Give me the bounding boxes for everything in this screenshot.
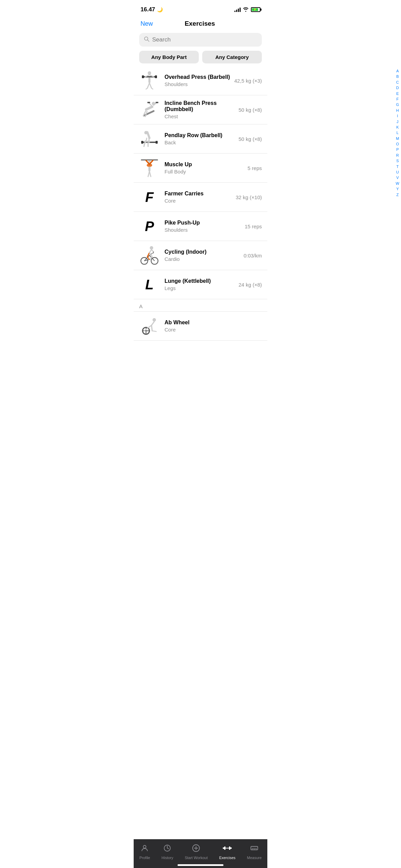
- exercise-list: Overhead Press (Barbell) Shoulders 42,5 …: [134, 66, 267, 341]
- list-item[interactable]: Ab Wheel Core: [134, 312, 267, 341]
- svg-rect-25: [141, 141, 143, 144]
- svg-rect-4: [142, 75, 144, 78]
- exercise-info: Incline Bench Press (Dumbbell) Chest: [165, 100, 239, 119]
- svg-line-46: [149, 250, 151, 253]
- svg-line-10: [149, 83, 151, 88]
- exercise-image: [139, 70, 160, 91]
- exercise-category: Shoulders: [165, 227, 245, 233]
- svg-line-58: [147, 325, 151, 329]
- svg-line-27: [146, 138, 147, 142]
- exercise-info: Ab Wheel Core: [165, 320, 262, 333]
- exercise-image: [139, 158, 160, 178]
- exercise-stats: 0:03/km: [244, 253, 262, 258]
- section-header-a: A: [134, 299, 267, 312]
- search-bar[interactable]: [139, 33, 262, 47]
- list-item[interactable]: Muscle Up Full Body 5 reps: [134, 154, 267, 183]
- exercise-info: Cycling (Indoor) Cardio: [165, 249, 244, 262]
- signal-bars: [234, 7, 241, 12]
- svg-line-60: [151, 325, 152, 331]
- exercise-stats: 15 reps: [245, 224, 262, 229]
- exercise-category: Legs: [165, 285, 239, 291]
- svg-line-11: [146, 88, 147, 89]
- page-title: Exercises: [185, 20, 215, 27]
- exercise-image: [139, 99, 160, 120]
- svg-rect-18: [147, 102, 150, 103]
- svg-line-1: [148, 40, 149, 42]
- exercise-name: Pike Push-Up: [165, 220, 245, 226]
- svg-line-28: [149, 137, 149, 142]
- exercise-image: [139, 129, 160, 149]
- exercise-category: Back: [165, 140, 239, 145]
- exercise-stats: 50 kg (×8): [239, 136, 262, 142]
- nav-header: New Exercises: [134, 17, 267, 33]
- list-item[interactable]: Cycling (Indoor) Cardio 0:03/km: [134, 241, 267, 270]
- search-container: [134, 33, 267, 51]
- exercise-stats: 50 kg (×8): [239, 107, 262, 113]
- filter-row: Any Body Part Any Category: [134, 51, 267, 66]
- exercise-image-letter: L: [139, 274, 160, 295]
- exercise-stats: 32 kg (×10): [236, 194, 262, 200]
- list-item[interactable]: F Farmer Carries Core 32 kg (×10): [134, 183, 267, 212]
- exercise-name: Pendlay Row (Barbell): [165, 132, 239, 138]
- svg-rect-8: [148, 77, 150, 83]
- svg-rect-32: [141, 159, 158, 160]
- svg-rect-26: [156, 141, 158, 144]
- exercise-info: Farmer Carries Core: [165, 191, 236, 204]
- exercise-info: Overhead Press (Barbell) Shoulders: [165, 74, 234, 87]
- svg-point-35: [147, 164, 152, 167]
- exercise-name: Ab Wheel: [165, 320, 262, 326]
- wifi-icon: [243, 7, 249, 13]
- battery-indicator: ⚡: [251, 7, 260, 12]
- exercise-name: Cycling (Indoor): [165, 249, 244, 255]
- exercise-stats: 24 kg (×8): [239, 282, 262, 288]
- svg-line-51: [151, 250, 154, 252]
- category-filter[interactable]: Any Category: [202, 51, 262, 63]
- svg-line-61: [152, 331, 156, 331]
- svg-line-57: [151, 322, 154, 325]
- exercise-info: Pendlay Row (Barbell) Back: [165, 132, 239, 145]
- exercise-category: Cardio: [165, 256, 244, 262]
- exercise-stats: 5 reps: [247, 165, 262, 171]
- search-input[interactable]: [152, 36, 257, 43]
- search-icon: [144, 36, 149, 43]
- exercise-name: Farmer Carries: [165, 191, 236, 197]
- svg-rect-15: [145, 105, 154, 111]
- svg-line-12: [151, 88, 153, 89]
- exercise-name: Incline Bench Press (Dumbbell): [165, 100, 239, 112]
- svg-rect-3: [142, 76, 157, 77]
- exercise-name: Lunge (Kettlebell): [165, 278, 239, 284]
- exercise-name: Muscle Up: [165, 161, 247, 168]
- list-item[interactable]: Pendlay Row (Barbell) Back 50 kg (×8): [134, 124, 267, 154]
- exercise-image: [139, 245, 160, 266]
- exercise-category: Full Body: [165, 169, 247, 174]
- list-item[interactable]: P Pike Push-Up Shoulders 15 reps: [134, 212, 267, 241]
- svg-point-53: [153, 318, 156, 322]
- exercise-info: Lunge (Kettlebell) Legs: [165, 278, 239, 291]
- new-button[interactable]: New: [141, 20, 153, 27]
- exercise-image-letter: P: [139, 216, 160, 237]
- status-bar: 16.47 🌙 ⚡: [134, 0, 267, 17]
- svg-line-16: [149, 103, 151, 106]
- svg-rect-5: [155, 75, 157, 78]
- svg-rect-36: [148, 167, 150, 171]
- exercise-stats: 42,5 kg (×3): [234, 78, 262, 84]
- svg-line-9: [147, 83, 149, 88]
- exercise-category: Core: [165, 327, 262, 333]
- body-part-filter[interactable]: Any Body Part: [139, 51, 199, 63]
- exercise-category: Core: [165, 198, 236, 204]
- exercise-info: Muscle Up Full Body: [165, 161, 247, 174]
- list-item[interactable]: L Lunge (Kettlebell) Legs 24 kg (×8): [134, 270, 267, 299]
- status-time: 16.47: [141, 6, 155, 13]
- exercise-name: Overhead Press (Barbell): [165, 74, 234, 80]
- svg-line-52: [153, 252, 154, 253]
- exercise-category: Shoulders: [165, 81, 234, 87]
- svg-rect-19: [156, 102, 158, 103]
- moon-icon: 🌙: [157, 7, 163, 12]
- list-item[interactable]: Incline Bench Press (Dumbbell) Chest 50 …: [134, 95, 267, 124]
- exercise-image: [139, 316, 160, 336]
- exercise-info: Pike Push-Up Shoulders: [165, 220, 245, 233]
- exercise-image-letter: F: [139, 187, 160, 207]
- status-icons: ⚡: [234, 7, 260, 13]
- exercise-category: Chest: [165, 113, 239, 119]
- list-item[interactable]: Overhead Press (Barbell) Shoulders 42,5 …: [134, 66, 267, 95]
